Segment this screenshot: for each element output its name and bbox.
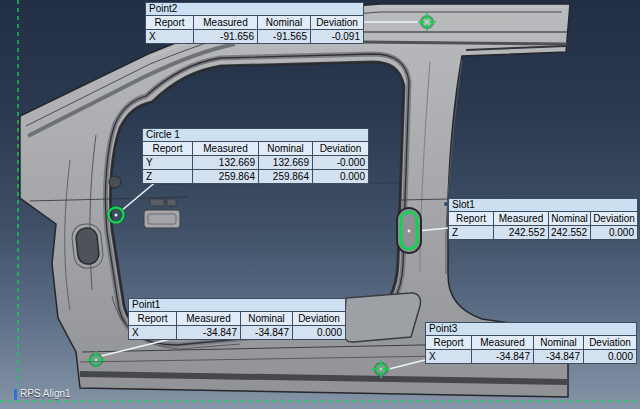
axis-cell: X [426,350,472,363]
pillar-base-recess [343,293,420,342]
value-cell: 259.864 [259,170,313,183]
axis-cell: Z [449,226,494,239]
column-header: Measured [193,142,259,155]
column-header: Deviation [313,142,368,155]
table-title: Slot1 [449,199,637,212]
table-data-row: X-34.847-34.8470.000 [426,349,636,363]
column-header: Report [146,16,194,29]
column-header: Measured [494,212,549,225]
table-header-row: ReportMeasuredNominalDeviation [129,312,345,325]
column-header: Nominal [241,312,293,325]
axis-cell: X [146,30,194,43]
column-header: Measured [472,336,534,349]
alignment-indicator [14,389,17,400]
cad-viewport[interactable]: Point2ReportMeasuredNominalDeviationX-91… [0,0,640,409]
measurement-table-slot1[interactable]: Slot1ReportMeasuredNominalDeviationZ242.… [448,198,638,240]
measurement-table-point2[interactable]: Point2ReportMeasuredNominalDeviationX-91… [145,2,364,44]
panel-cutouts [71,176,448,269]
value-cell: 132.669 [259,156,313,169]
value-cell: 0.000 [313,170,368,183]
value-cell: -34.847 [177,326,241,339]
table-data-row: X-34.847-34.8470.000 [129,325,345,339]
measurement-table-point1[interactable]: Point1ReportMeasuredNominalDeviationX-34… [128,298,346,340]
column-header: Deviation [591,212,637,225]
pillar-hole [109,176,121,188]
axis-cell: X [129,326,177,339]
measurement-table-point3[interactable]: Point3ReportMeasuredNominalDeviationX-34… [425,322,637,364]
value-cell: 242.552 [494,226,549,239]
value-cell: -34.847 [241,326,293,339]
value-cell: -91.656 [194,30,258,43]
column-header: Deviation [311,16,363,29]
value-cell: 132.669 [193,156,259,169]
value-cell: 0.000 [584,350,636,363]
column-header: Report [129,312,177,325]
column-header: Measured [194,16,258,29]
alignment-label: RPS Align1 [20,388,71,399]
value-cell: -0.091 [311,30,363,43]
column-header: Report [449,212,494,225]
axis-cell: Z [143,170,193,183]
column-header: Report [143,142,193,155]
column-header: Deviation [293,312,345,325]
table-header-row: ReportMeasuredNominalDeviation [146,16,363,29]
table-data-row: X-91.656-91.565-0.091 [146,29,363,43]
value-cell: 0.000 [591,226,637,239]
table-title: Circle 1 [143,129,368,142]
table-title: Point1 [129,299,345,312]
column-header: Nominal [534,336,584,349]
table-header-row: ReportMeasuredNominalDeviation [449,212,637,225]
value-cell: 259.864 [193,170,259,183]
table-data-row: Z242.552242.5520.000 [449,225,637,239]
column-header: Measured [177,312,241,325]
table-data-row: Y132.669132.669-0.000 [143,155,368,169]
column-header: Nominal [258,16,311,29]
value-cell: -34.847 [534,350,584,363]
value-cell: 0.000 [293,326,345,339]
table-title: Point3 [426,323,636,336]
column-header: Report [426,336,472,349]
value-cell: 242.552 [549,226,591,239]
axis-cell: Y [143,156,193,169]
column-header: Nominal [549,212,591,225]
measurement-table-circle1[interactable]: Circle 1ReportMeasuredNominalDeviationY1… [142,128,369,184]
table-header-row: ReportMeasuredNominalDeviation [143,142,368,155]
column-header: Nominal [259,142,313,155]
column-header: Deviation [584,336,636,349]
value-cell: -91.565 [258,30,311,43]
value-cell: -34.847 [472,350,534,363]
table-header-row: ReportMeasuredNominalDeviation [426,336,636,349]
table-data-row: Z259.864259.8640.000 [143,169,368,183]
slot1-marker[interactable] [397,208,421,253]
value-cell: -0.000 [313,156,368,169]
table-title: Point2 [146,3,363,16]
